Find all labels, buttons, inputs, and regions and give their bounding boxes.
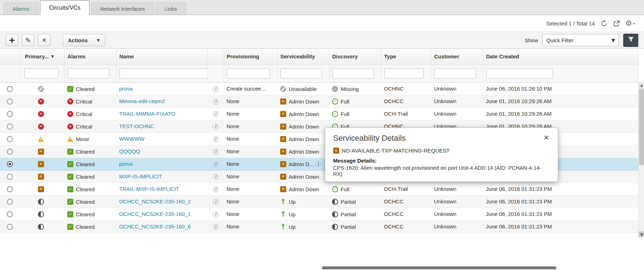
provisioning-label: None	[226, 211, 239, 217]
table-row: Cleared prova Create succee... Unavailab…	[0, 82, 638, 95]
column-header-type[interactable]: Type	[381, 49, 431, 64]
info-icon[interactable]	[213, 199, 219, 205]
vertical-scrollbar[interactable]: ▲ ▼	[638, 82, 644, 237]
row-select-radio[interactable]	[7, 86, 13, 92]
settings-menu-button[interactable]: ⚙ ▾	[625, 20, 635, 27]
full-icon	[332, 111, 338, 117]
admindown-icon	[38, 161, 44, 167]
popup-close-button[interactable]: ✕	[543, 134, 550, 142]
circuit-name-link[interactable]: TRAIL-MXP-IS-IMPLICIT	[119, 186, 179, 192]
circuit-name-link[interactable]: QQQQQ	[119, 148, 140, 154]
circuit-name-link[interactable]: prova	[119, 86, 133, 92]
show-filter-select[interactable]: Quick Filter ▼	[542, 34, 619, 46]
vertical-scrollbar-thumb[interactable]	[639, 89, 644, 165]
up-arrow-icon: ▲	[640, 84, 643, 87]
circuit-name-link[interactable]: Mimma-edit-cepm2	[119, 98, 165, 104]
circuit-name-link[interactable]: TRAIL-MIMMA-FIXATO	[119, 111, 175, 117]
scroll-up-button[interactable]: ▲	[639, 82, 644, 88]
add-button[interactable]: +	[6, 34, 18, 46]
filter-input-provisioning[interactable]	[227, 68, 270, 78]
admindown-icon	[38, 149, 44, 155]
filter-input-serviceability[interactable]	[280, 68, 322, 78]
row-select-radio[interactable]	[7, 149, 13, 155]
row-select-radio[interactable]	[7, 199, 13, 205]
scroll-down-button[interactable]: ▼	[639, 231, 644, 237]
row-select-radio[interactable]	[7, 111, 13, 117]
row-select-radio[interactable]	[7, 224, 13, 230]
row-select-radio[interactable]	[7, 136, 13, 142]
cleared-icon	[67, 149, 73, 155]
tab-network-interfaces[interactable]: Network Interfaces	[91, 3, 154, 15]
tab-label: Network Interfaces	[100, 6, 145, 12]
row-select-radio[interactable]	[7, 124, 13, 130]
circuit-name-link[interactable]: OCHCC_NCS2KE-235-160_6	[119, 223, 191, 230]
row-select-radio[interactable]	[7, 211, 13, 217]
info-icon[interactable]	[213, 149, 219, 155]
column-header-label: Serviceability	[280, 53, 315, 59]
customer-label: Unknown	[434, 198, 457, 204]
info-icon[interactable]	[213, 174, 219, 180]
circuit-name-link[interactable]: OCHCC_NCS2KE-235-160_1	[119, 211, 191, 217]
column-header-name[interactable]: Name	[116, 49, 208, 64]
tab-alarms[interactable]: Alarms	[4, 3, 38, 15]
column-header-serviceability[interactable]: Serviceability	[277, 49, 329, 64]
info-icon[interactable]	[213, 111, 219, 117]
provisioning-label: None	[226, 98, 239, 104]
tab-circuits-vcs[interactable]: Circuits/VCs	[40, 0, 89, 15]
partial-icon	[38, 224, 44, 230]
filter-input-name[interactable]	[119, 68, 208, 78]
column-header-date-created[interactable]: Date Created	[483, 49, 638, 64]
message-details-label: Message Details:	[333, 158, 550, 164]
info-icon[interactable]	[213, 124, 219, 130]
circuit-name-link[interactable]: prova	[119, 161, 133, 167]
tab-links[interactable]: Links	[156, 3, 186, 15]
filter-input-customer[interactable]	[434, 68, 476, 78]
info-icon[interactable]	[213, 136, 219, 142]
column-header-discovery[interactable]: Discovery	[329, 49, 381, 64]
refresh-icon[interactable]	[601, 20, 608, 27]
admindown-icon	[280, 149, 286, 155]
info-icon[interactable]	[213, 99, 219, 105]
column-header-label: Alarms	[68, 53, 86, 59]
delete-button[interactable]: ✕	[38, 34, 50, 46]
circuit-name-link[interactable]: MXP-IS-IMPLICIT	[119, 173, 162, 179]
serviceability-label: Admin Down	[289, 111, 319, 117]
info-icon[interactable]	[315, 161, 321, 167]
info-icon[interactable]	[213, 161, 219, 167]
advanced-filter-button[interactable]	[623, 34, 638, 47]
filter-input-primary[interactable]	[24, 68, 59, 78]
serviceability-label: Admin Down	[289, 98, 319, 105]
selected-total-label: Selected 1 / Total 14	[546, 20, 595, 26]
serviceability-label: Up	[289, 199, 296, 205]
horizontal-scrollbar-thumb[interactable]	[322, 266, 556, 269]
column-header-provisioning[interactable]: Provisioning	[224, 49, 277, 64]
serviceability-label: Admin Down	[289, 174, 319, 180]
info-icon[interactable]	[213, 86, 219, 92]
circuit-name-link[interactable]: WWWWW	[119, 136, 145, 142]
pencil-icon: ✎	[25, 37, 31, 44]
table-toolbar: + ✎ ✕ Actions ▼ Show Quick Filter ▼	[0, 32, 644, 49]
row-select-radio[interactable]	[7, 98, 13, 105]
column-header-alarms[interactable]: Alarms	[64, 49, 116, 64]
column-header-primary[interactable]: Primary...▼	[20, 49, 64, 64]
info-icon[interactable]	[213, 224, 219, 230]
row-select-radio[interactable]	[7, 186, 13, 192]
edit-button[interactable]: ✎	[22, 34, 34, 46]
serviceability-label: Up	[289, 211, 296, 217]
partial-icon	[332, 211, 338, 217]
filter-input-discovery[interactable]	[332, 68, 374, 78]
chevron-down-icon: ▼	[97, 38, 100, 42]
column-header-customer[interactable]: Customer	[431, 49, 483, 64]
row-select-radio[interactable]	[7, 161, 13, 167]
filter-input-date-created[interactable]	[486, 68, 553, 78]
filter-input-type[interactable]	[384, 68, 424, 78]
info-icon[interactable]	[213, 212, 219, 217]
filter-input-alarms[interactable]	[68, 68, 109, 78]
type-label: OCHCC	[384, 211, 404, 217]
circuit-name-link[interactable]: TEST-OCHNC	[119, 123, 154, 129]
actions-dropdown[interactable]: Actions ▼	[63, 34, 105, 46]
info-icon[interactable]	[213, 187, 219, 192]
circuit-name-link[interactable]: OCHCC_NCS2KE-235-160_2	[119, 198, 191, 204]
row-select-radio[interactable]	[7, 174, 13, 180]
export-icon[interactable]	[613, 20, 620, 27]
